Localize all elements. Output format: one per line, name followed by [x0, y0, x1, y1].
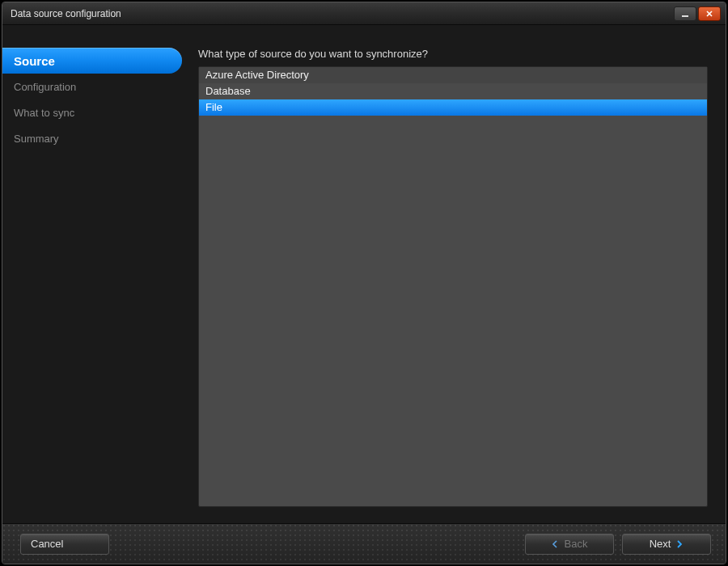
sidebar-step-label: Configuration [14, 81, 76, 93]
sidebar-step-what-to-sync[interactable]: What to sync [2, 99, 179, 125]
cancel-button[interactable]: Cancel [20, 534, 109, 555]
sidebar-step-source[interactable]: Source [2, 48, 182, 74]
source-option-file[interactable]: File [199, 99, 707, 116]
nav-button-group: Back Next [525, 534, 711, 555]
window-title: Data source configuration [11, 8, 672, 19]
title-bar: Data source configuration [2, 2, 726, 25]
sidebar-step-label: Source [14, 54, 55, 68]
button-label: Next [650, 538, 671, 550]
sidebar-step-label: What to sync [14, 107, 74, 119]
source-option-azure-ad[interactable]: Azure Active Directory [199, 67, 707, 83]
source-option-database[interactable]: Database [199, 83, 707, 99]
back-button[interactable]: Back [525, 534, 614, 555]
main-panel: What type of source do you want to synch… [179, 25, 726, 523]
list-item-label: Azure Active Directory [205, 69, 309, 81]
footer-bar: Cancel Back Next [2, 523, 726, 564]
minimize-button[interactable] [674, 6, 696, 21]
list-item-label: File [205, 101, 222, 113]
close-icon [705, 9, 714, 19]
minimize-icon [680, 9, 690, 19]
sidebar-step-summary[interactable]: Summary [2, 125, 179, 151]
source-type-listbox[interactable]: Azure Active Directory Database File [198, 66, 708, 507]
next-button[interactable]: Next [622, 534, 711, 555]
list-item-label: Database [205, 85, 251, 97]
sidebar-step-configuration[interactable]: Configuration [2, 74, 179, 99]
dialog-body: Source Configuration What to sync Summar… [2, 25, 726, 523]
button-label: Cancel [31, 538, 63, 550]
wizard-sidebar: Source Configuration What to sync Summar… [2, 25, 179, 523]
chevron-left-icon [552, 540, 560, 548]
prompt-text: What type of source do you want to synch… [198, 48, 708, 60]
sidebar-step-label: Summary [14, 133, 59, 145]
button-label: Back [565, 538, 588, 550]
dialog-window: Data source configuration Source Configu… [2, 2, 726, 564]
close-button[interactable] [698, 6, 721, 21]
svg-rect-0 [682, 15, 688, 17]
chevron-right-icon [675, 540, 684, 548]
